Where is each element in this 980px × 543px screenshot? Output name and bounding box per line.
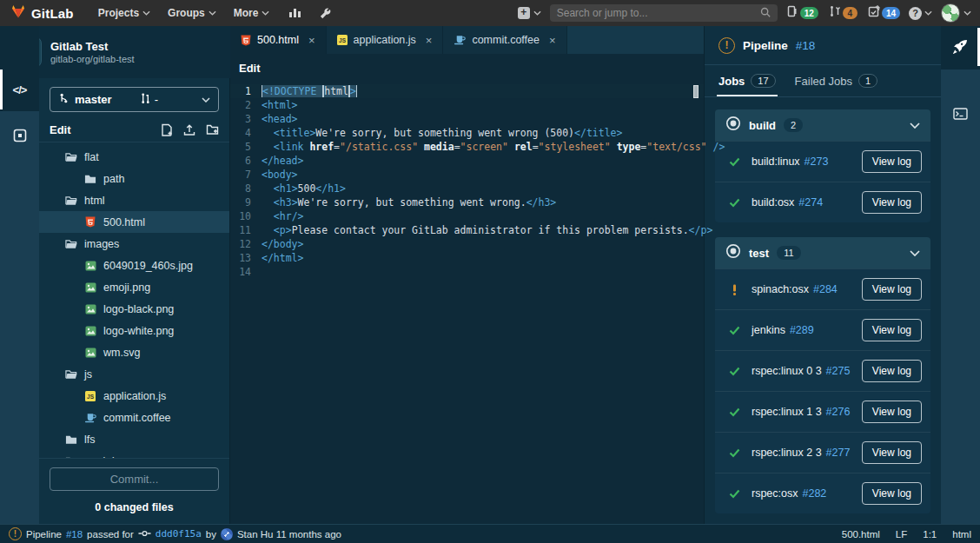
nav-counter[interactable]: 4 xyxy=(829,5,858,21)
close-icon[interactable]: × xyxy=(549,34,556,47)
project-name[interactable]: Gitlab Test xyxy=(50,40,135,53)
review-mode-button[interactable] xyxy=(0,117,39,157)
view-log-button[interactable]: View log xyxy=(862,482,922,505)
image-file-icon xyxy=(84,282,96,293)
commit-icon xyxy=(138,529,151,540)
code-text: <hr/> xyxy=(262,209,303,223)
search-input[interactable] xyxy=(557,7,755,19)
editor-tab[interactable]: JS application.js × xyxy=(327,26,444,54)
tree-item[interactable]: html xyxy=(39,189,229,211)
tree-item[interactable]: emoji.png xyxy=(39,276,229,298)
jobs-tab-jobs[interactable]: Jobs 17 xyxy=(718,65,776,96)
view-log-button[interactable]: View log xyxy=(862,278,922,301)
search-bar[interactable] xyxy=(550,4,778,22)
passed-status-icon xyxy=(727,367,741,376)
view-log-button[interactable]: View log xyxy=(862,441,922,464)
issues-icon xyxy=(786,5,798,21)
tree-item[interactable]: flat xyxy=(39,146,229,168)
help-menu-button[interactable]: ? xyxy=(909,7,932,20)
nav-menu-more[interactable]: More xyxy=(225,0,279,26)
jobs-tab-failed-jobs[interactable]: Failed Jobs 1 xyxy=(795,65,878,96)
code-line: 7 <body> xyxy=(230,168,704,182)
tree-item[interactable]: images xyxy=(39,233,229,255)
nav-counter[interactable]: 12 xyxy=(786,5,818,21)
close-icon[interactable]: × xyxy=(308,34,315,47)
new-menu-button[interactable]: + xyxy=(518,7,541,19)
tree-item-label: images xyxy=(84,238,119,250)
nav-menu-label: More xyxy=(234,7,259,19)
sb-pipeline-id-link[interactable]: #18 xyxy=(66,529,83,540)
gitlab-logo[interactable]: GitLab xyxy=(10,3,74,23)
job-id-link[interactable]: #276 xyxy=(826,406,851,418)
wrench-icon[interactable] xyxy=(312,0,339,26)
tree-item[interactable]: commit.coffee xyxy=(39,407,229,428)
view-log-button[interactable]: View log xyxy=(862,150,922,173)
editor-scrollbar-thumb[interactable] xyxy=(693,85,699,98)
new-folder-icon[interactable] xyxy=(206,123,219,136)
view-log-button[interactable]: View log xyxy=(862,319,922,341)
tree-item[interactable]: logo-black.png xyxy=(39,298,229,320)
stage-header[interactable]: build 2 xyxy=(715,109,930,141)
terminal-icon xyxy=(953,108,968,123)
pipeline-id-link[interactable]: #18 xyxy=(796,39,816,52)
editor-tab[interactable]: 500.html × xyxy=(230,26,327,54)
tree-item[interactable]: markdown xyxy=(39,450,229,458)
sb-file-name[interactable]: 500.html xyxy=(842,529,880,540)
jobs-tab-count-badge: 17 xyxy=(751,74,775,88)
tree-item[interactable]: JS application.js xyxy=(39,385,229,407)
nav-menu-projects[interactable]: Projects xyxy=(89,0,159,26)
job-name: rspec:linux 0 3 xyxy=(752,365,822,377)
view-log-button[interactable]: View log xyxy=(862,191,922,214)
view-log-button[interactable]: View log xyxy=(862,360,922,382)
pipelines-button[interactable] xyxy=(941,28,980,68)
code-editor[interactable]: 1 <!DOCTYPE html> 2 <html> 3 <head> 4 <t… xyxy=(230,83,704,524)
project-path: gitlab-org/gitlab-test xyxy=(50,53,135,65)
brand-name: GitLab xyxy=(31,6,74,21)
stage-status-icon xyxy=(725,243,741,262)
job-name: rspec:linux 2 3 xyxy=(752,447,822,459)
tree-item[interactable]: lfs xyxy=(39,428,229,450)
right-activity-rail xyxy=(941,26,980,524)
commit-sha-link[interactable]: ddd0f15a xyxy=(156,528,202,540)
sb-language[interactable]: html xyxy=(952,529,971,540)
job-id-link[interactable]: #289 xyxy=(790,324,814,336)
commit-button[interactable]: Commit... xyxy=(50,467,219,491)
line-number: 7 xyxy=(230,168,262,182)
jobs-tab-label: Failed Jobs xyxy=(795,75,852,88)
passed-status-icon xyxy=(727,489,741,499)
nav-menu-groups[interactable]: Groups xyxy=(159,0,225,26)
new-file-icon[interactable] xyxy=(161,123,173,136)
plus-icon: + xyxy=(518,7,530,19)
job-id-link[interactable]: #277 xyxy=(826,447,851,459)
chevron-down-icon xyxy=(202,97,210,103)
edit-mode-button[interactable]: </> xyxy=(0,70,39,109)
terminal-button[interactable] xyxy=(941,96,980,136)
job-id-link[interactable]: #282 xyxy=(803,487,827,500)
tree-item[interactable]: 500.html xyxy=(39,211,229,233)
stage-header[interactable]: test 11 xyxy=(715,237,930,268)
job-id-link[interactable]: #275 xyxy=(826,365,851,377)
tree-item[interactable]: js xyxy=(39,363,229,385)
pipeline-warning-icon: ! xyxy=(718,37,735,54)
avatar xyxy=(941,3,960,23)
tree-item[interactable]: 6049019_460s.jpg xyxy=(39,255,229,276)
bar-chart-icon[interactable] xyxy=(281,0,308,26)
sb-cursor-position[interactable]: 1:1 xyxy=(923,529,937,540)
editor-tab[interactable]: commit.coffee × xyxy=(443,26,566,54)
tree-item[interactable]: wm.svg xyxy=(39,341,229,363)
tree-item[interactable]: path xyxy=(39,168,229,189)
branch-selector[interactable]: master - xyxy=(50,87,219,112)
close-icon[interactable]: × xyxy=(426,34,433,47)
user-menu-button[interactable] xyxy=(941,3,971,23)
job-id-link[interactable]: #273 xyxy=(805,156,829,168)
job-id-link[interactable]: #274 xyxy=(798,196,823,209)
tree-item[interactable]: logo-white.png xyxy=(39,320,229,341)
nav-counter[interactable]: 14 xyxy=(868,5,900,21)
sb-eol[interactable]: LF xyxy=(896,529,907,540)
upload-file-icon[interactable] xyxy=(183,123,195,136)
view-log-button[interactable]: View log xyxy=(862,401,922,423)
job-name: rspec:linux 1 3 xyxy=(752,406,822,418)
job-id-link[interactable]: #284 xyxy=(813,283,838,295)
nav-menu-label: Groups xyxy=(168,7,205,19)
editor-tabstrip: 500.html × JS application.js × commit.co… xyxy=(230,26,704,54)
